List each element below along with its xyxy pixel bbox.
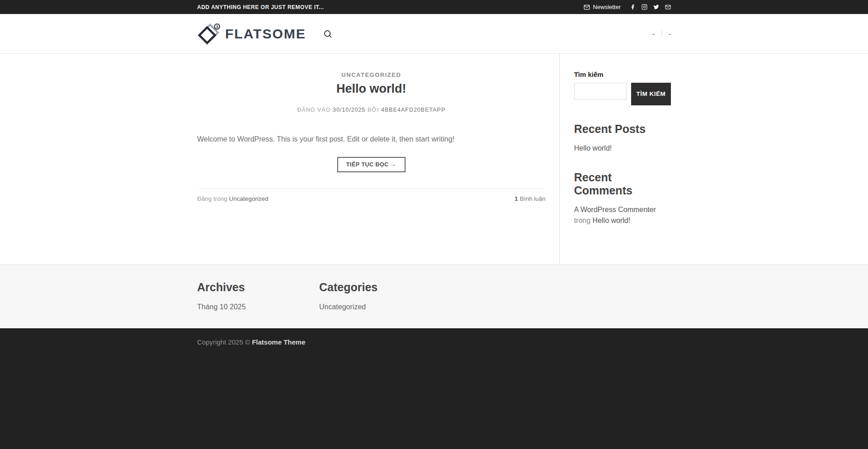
- comments-count[interactable]: 1: [514, 195, 518, 202]
- mail-icon[interactable]: [665, 4, 671, 10]
- header-nav: - -: [652, 30, 671, 38]
- recent-posts-title: Recent Posts: [574, 123, 671, 136]
- copyright-text: Copyright 2025 ©: [197, 338, 252, 346]
- comment-in-label: trong: [574, 217, 590, 224]
- search-label: Tìm kiếm: [574, 71, 671, 78]
- search-icon[interactable]: [323, 29, 332, 38]
- page-content: UNCATEGORIZED Hello world! ĐĂNG VÀO 30/1…: [0, 54, 868, 264]
- sidebar-search-input[interactable]: [574, 83, 627, 100]
- categories-title: Categories: [319, 281, 441, 294]
- posted-in-label: Đăng trong: [197, 195, 227, 202]
- read-more-button[interactable]: TIẾP TỤC ĐỌC →: [337, 157, 406, 172]
- post-article: UNCATEGORIZED Hello world! ĐĂNG VÀO 30/1…: [197, 54, 559, 264]
- recent-post-item: Hello world!: [574, 143, 671, 154]
- recent-comments-list: A WordPress Commenter trong Hello world!: [574, 204, 671, 226]
- meta-posted-on-label: ĐĂNG VÀO: [297, 107, 330, 113]
- nav-divider: [661, 30, 662, 37]
- footer-widgets: Archives Tháng 10 2025 Categories Uncate…: [0, 264, 868, 328]
- social-links: [630, 4, 671, 10]
- site-logo[interactable]: 3 FLATSOME: [197, 23, 306, 45]
- nav-item-1[interactable]: -: [652, 30, 655, 38]
- comments-link[interactable]: 1 Bình luận: [514, 195, 545, 202]
- newsletter-label[interactable]: Newsletter: [593, 4, 621, 10]
- archive-month-link[interactable]: Tháng 10 2025: [197, 303, 246, 311]
- post-date-link[interactable]: 30/10/2025: [333, 107, 366, 113]
- recent-comments-title: Recent Comments: [574, 171, 671, 197]
- post-meta: ĐĂNG VÀO 30/10/2025 BỞI 4BBE4AFD20BETAPP: [197, 107, 546, 113]
- twitter-link[interactable]: [653, 4, 659, 10]
- sidebar: Tìm kiếm TÌM KIẾM Recent Posts Hello wor…: [559, 54, 671, 264]
- instagram-icon[interactable]: [642, 4, 647, 10]
- posted-in-category-link[interactable]: Uncategorized: [229, 195, 269, 202]
- post-author-link[interactable]: 4BBE4AFD20BETAPP: [381, 107, 445, 113]
- footer-archives-widget: Archives Tháng 10 2025: [197, 281, 319, 311]
- category-link[interactable]: Uncategorized: [319, 303, 366, 311]
- comment-post-link[interactable]: Hello world!: [593, 217, 631, 224]
- top-bar: ADD ANYTHING HERE OR JUST REMOVE IT... N…: [0, 0, 868, 14]
- post-footer-meta: Đăng trong Uncategorized 1 Bình luận: [197, 189, 546, 202]
- newsletter-link[interactable]: Newsletter: [584, 4, 621, 10]
- site-header: 3 FLATSOME - -: [0, 14, 868, 54]
- flatsome-logo-icon[interactable]: 3: [197, 23, 221, 45]
- meta-by-label: BỞI: [368, 107, 379, 113]
- sidebar-search-button[interactable]: TÌM KIẾM: [631, 83, 671, 105]
- twitter-icon[interactable]: [653, 4, 659, 10]
- post-title: Hello world!: [197, 82, 546, 96]
- post-excerpt: Welcome to WordPress. This is your first…: [197, 134, 546, 145]
- mail-icon[interactable]: [584, 4, 590, 10]
- archives-title: Archives: [197, 281, 319, 294]
- comment-author-link[interactable]: A WordPress Commenter: [574, 206, 656, 213]
- logo-text[interactable]: FLATSOME: [225, 26, 306, 42]
- search-widget: Tìm kiếm TÌM KIẾM: [574, 71, 671, 105]
- facebook-icon[interactable]: [630, 4, 636, 10]
- post-category-link[interactable]: UNCATEGORIZED: [341, 71, 401, 78]
- email-link[interactable]: [665, 4, 671, 10]
- topbar-message: ADD ANYTHING HERE OR JUST REMOVE IT...: [197, 4, 324, 10]
- comments-label[interactable]: Bình luận: [520, 195, 546, 202]
- header-search-button[interactable]: [323, 29, 332, 38]
- footer-copyright: Copyright 2025 © Flatsome Theme: [0, 328, 868, 449]
- copyright-brand: Flatsome Theme: [252, 338, 305, 346]
- logo-superscript: 3: [216, 24, 218, 29]
- recent-post-link[interactable]: Hello world!: [574, 144, 612, 152]
- nav-item-2[interactable]: -: [669, 30, 671, 38]
- footer-categories-widget: Categories Uncategorized: [319, 281, 441, 311]
- facebook-link[interactable]: [630, 4, 636, 10]
- instagram-link[interactable]: [642, 4, 647, 10]
- recent-posts-list: Hello world!: [574, 143, 671, 154]
- recent-comment-item: A WordPress Commenter trong Hello world!: [574, 204, 671, 226]
